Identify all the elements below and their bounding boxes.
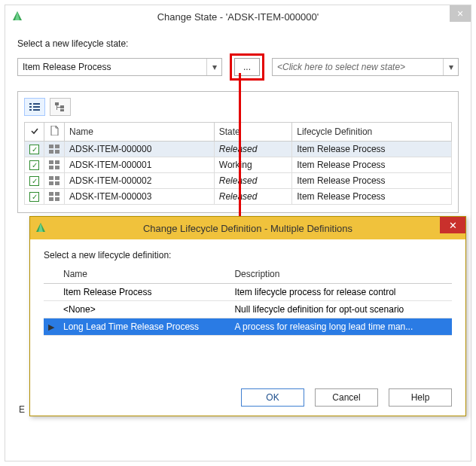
row-selector [44, 284, 59, 301]
lifecycle-combo-text: Item Release Process [18, 62, 206, 72]
check-icon [30, 126, 39, 136]
items-table: Name State Lifecycle Definition ✓ADSK-IT… [24, 122, 452, 205]
table-row[interactable]: <None>Null lifecycle definition for opt-… [44, 301, 452, 318]
tile-icon [49, 145, 60, 154]
definition-desc: Item lifecycle process for release contr… [230, 284, 452, 301]
col-state[interactable]: State [214, 123, 291, 142]
definition-desc: Null lifecycle definition for opt-out sc… [230, 301, 452, 318]
svg-rect-16 [55, 150, 60, 154]
item-state: Released [214, 173, 291, 189]
list-view-icon [29, 102, 40, 111]
table-row[interactable]: ✓ADSK-ITEM-000001WorkingItem Release Pro… [25, 157, 452, 173]
item-lcdef: Item Release Process [292, 157, 452, 173]
svg-rect-25 [49, 192, 53, 196]
svg-rect-28 [55, 197, 60, 201]
item-name: ADSK-ITEM-000002 [65, 173, 215, 189]
items-header-row: Name State Lifecycle Definition [25, 123, 452, 142]
tile-icon [49, 160, 60, 169]
row-checkbox[interactable]: ✓ [29, 160, 39, 170]
svg-rect-12 [60, 109, 64, 111]
tile-icon [49, 192, 60, 201]
table-row[interactable]: ✓ADSK-ITEM-000002ReleasedItem Release Pr… [25, 173, 452, 189]
cancel-button[interactable]: Cancel [315, 388, 378, 407]
item-name: ADSK-ITEM-000003 [65, 189, 215, 205]
inner-dialog-body: Select a new lifecycle definition: Name … [30, 239, 465, 416]
svg-rect-21 [49, 176, 53, 180]
select-definition-label: Select a new lifecycle definition: [44, 250, 452, 260]
list-view-button[interactable] [24, 98, 45, 116]
svg-rect-17 [49, 160, 53, 164]
state-combo-placeholder: <Click here to select new state> [273, 62, 443, 72]
state-combo[interactable]: <Click here to select new state> ▾ [272, 58, 459, 76]
col-def-desc[interactable]: Description [230, 265, 452, 284]
items-panel: Name State Lifecycle Definition ✓ADSK-IT… [17, 91, 459, 213]
svg-rect-13 [49, 145, 53, 148]
svg-rect-23 [49, 181, 53, 185]
close-icon[interactable]: × [450, 5, 471, 22]
item-lcdef: Item Release Process [292, 173, 452, 189]
tile-icon [49, 176, 60, 185]
close-icon[interactable]: ✕ [440, 217, 465, 233]
cancel-button-label: Cancel [332, 392, 360, 403]
view-toolbar [24, 98, 452, 116]
svg-rect-8 [55, 102, 59, 105]
definitions-header-row: Name Description [44, 265, 452, 284]
col-def-name[interactable]: Name [59, 265, 230, 284]
svg-rect-14 [55, 145, 60, 148]
item-name: ADSK-ITEM-000001 [65, 157, 215, 173]
table-row[interactable]: ✓ADSK-ITEM-000000ReleasedItem Release Pr… [25, 142, 452, 157]
col-lcdef[interactable]: Lifecycle Definition [292, 123, 452, 142]
help-button[interactable]: Help [389, 388, 452, 407]
svg-rect-7 [33, 109, 40, 111]
annotation-highlight: ... [230, 53, 264, 81]
app-icon [35, 221, 47, 233]
table-row[interactable]: ✓ADSK-ITEM-000003ReleasedItem Release Pr… [25, 189, 452, 205]
select-state-label: Select a new lifecycle state: [17, 38, 459, 49]
item-lcdef: Item Release Process [292, 142, 452, 157]
row-selector [44, 301, 59, 318]
svg-rect-26 [55, 192, 60, 196]
table-row[interactable]: Item Release ProcessItem lifecycle proce… [44, 284, 452, 301]
svg-rect-5 [33, 106, 40, 108]
col-name[interactable]: Name [65, 123, 215, 142]
definition-desc: A process for releasing long lead time m… [230, 318, 452, 336]
svg-rect-19 [49, 166, 53, 169]
svg-rect-6 [29, 109, 32, 111]
help-button-label: Help [411, 392, 430, 403]
partial-comment-label: E [19, 404, 25, 415]
dialog-title: Change State - 'ADSK-ITEM-000000' [157, 11, 319, 23]
ok-button[interactable]: OK [241, 388, 304, 407]
svg-rect-27 [49, 197, 53, 201]
table-row[interactable]: ▶Long Lead Time Release ProcessA process… [44, 318, 452, 336]
tree-view-icon [55, 102, 66, 111]
inner-titlebar: Change Lifecycle Definition - Multiple D… [30, 217, 465, 239]
svg-rect-4 [29, 106, 32, 108]
item-state: Working [214, 157, 291, 173]
change-lifecycle-definition-dialog: Change Lifecycle Definition - Multiple D… [29, 216, 466, 416]
inner-dialog-title: Change Lifecycle Definition - Multiple D… [143, 223, 352, 234]
definition-name: <None> [59, 301, 230, 318]
row-checkbox[interactable]: ✓ [29, 192, 39, 202]
item-state: Released [214, 142, 291, 157]
definition-name: Long Lead Time Release Process [59, 318, 230, 336]
item-state: Released [214, 189, 291, 205]
svg-rect-9 [60, 105, 64, 108]
col-check[interactable] [25, 123, 44, 142]
row-checkbox[interactable]: ✓ [29, 176, 39, 186]
item-lcdef: Item Release Process [292, 189, 452, 205]
svg-rect-18 [55, 160, 60, 164]
row-checkbox[interactable]: ✓ [29, 145, 39, 154]
col-type[interactable] [44, 123, 65, 142]
col-selector [44, 265, 59, 284]
svg-rect-20 [55, 166, 60, 169]
change-state-dialog: Change State - 'ADSK-ITEM-000000' × Sele… [5, 5, 471, 461]
svg-rect-11 [56, 107, 60, 108]
svg-rect-2 [29, 103, 32, 105]
doc-icon [50, 126, 59, 136]
tree-view-button[interactable] [50, 98, 71, 116]
titlebar: Change State - 'ADSK-ITEM-000000' × [5, 5, 471, 28]
svg-rect-15 [49, 150, 53, 154]
lifecycle-combo[interactable]: Item Release Process ▾ [17, 58, 222, 76]
ok-button-label: OK [266, 392, 279, 403]
svg-rect-3 [33, 103, 40, 105]
